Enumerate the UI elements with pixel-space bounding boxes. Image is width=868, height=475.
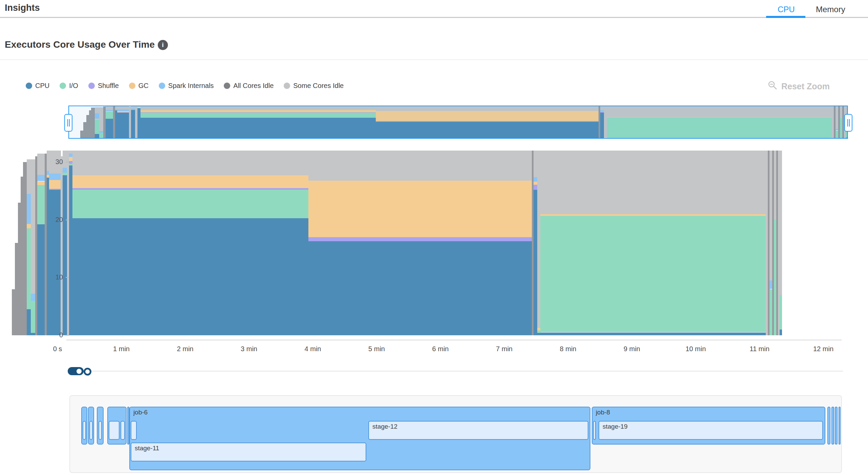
legend-item-gc[interactable]: GC [129,82,149,90]
area-segment-internals [534,177,538,182]
minimap-chart[interactable] [68,105,848,139]
all_idle-legend-dot-icon [224,83,230,89]
time-slider-handle[interactable] [84,368,91,376]
job-bar[interactable] [831,407,834,445]
some_idle-legend-dot-icon [284,83,290,89]
y-tick-mark [66,335,69,336]
internals-legend-dot-icon [159,83,165,89]
area-segment-cpu [27,309,31,335]
area-segment-internals [31,294,35,301]
area-segment-io [63,173,67,176]
brush-grip [849,119,850,127]
x-axis-line [66,340,842,340]
stage-bar[interactable] [131,421,137,440]
x-tick-label: 9 min [624,345,640,353]
shuffle-legend-dot-icon [88,83,95,89]
stage-bar[interactable] [89,421,93,440]
section-divider [0,60,868,60]
area-segment-io [72,190,309,218]
io-legend-dot-icon [60,83,66,89]
x-tick-label: 5 min [368,345,385,353]
area-segment-gc [72,175,309,188]
chart-legend: CPUI/OShuffleGCSpark InternalsAll Cores … [26,82,344,90]
area-segment-some_idle [540,151,766,214]
area-segment-internals [27,194,31,224]
insights-page: Insights CPU Memory Executors Core Usage… [0,0,868,475]
x-tick-label: 3 min [241,345,257,353]
stage-bar-stage-11[interactable]: stage-11 [131,443,366,461]
area-segment-cpu [534,190,538,335]
reset-zoom-label: Reset Zoom [781,82,830,91]
area-segment-gc [308,181,532,237]
job-stage-timeline: job-6stage-12stage-11job-8stage-19 [69,395,842,473]
area-segment-cpu [780,330,782,335]
x-tick-label: 7 min [496,345,513,353]
y-tick-label: 10 [44,273,63,281]
cpu-legend-dot-icon [26,83,32,89]
area-segment-all_idle [23,162,27,335]
x-tick-label: 0 s [53,345,62,353]
legend-label: I/O [69,82,78,90]
stage-bar[interactable] [593,421,596,440]
job-bar[interactable] [839,407,841,445]
reset-zoom-button[interactable]: Reset Zoom [768,81,830,92]
legend-item-io[interactable]: I/O [60,82,78,90]
tab-memory[interactable]: Memory [816,5,845,14]
stage-bar[interactable] [121,421,125,440]
x-tick-label: 8 min [560,345,577,353]
stage-label: stage-11 [135,445,159,452]
x-tick-label: 1 min [113,345,130,353]
legend-label: GC [138,82,149,90]
area-segment-cpu [31,333,35,335]
legend-item-all_idle[interactable]: All Cores Idle [224,82,274,90]
brush-grip [847,119,848,127]
area-segment-cpu [540,333,766,336]
x-tick-label: 2 min [177,345,194,353]
area-segment-some_idle [27,159,31,194]
gc-legend-dot-icon [129,83,135,89]
x-tick-label: 11 min [750,345,769,353]
stage-bar[interactable] [99,421,102,440]
y-tick-mark [66,162,69,162]
area-segment-some_idle [72,151,309,175]
area-segment-gc [540,214,766,216]
y-tick-label: 30 [44,158,63,166]
stage-bar[interactable] [109,421,120,440]
area-segment-io [31,301,35,333]
zoom-out-icon [768,81,777,92]
stage-label: stage-12 [372,423,397,430]
area-segment-io [540,216,766,333]
legend-item-cpu[interactable]: CPU [26,82,49,90]
legend-item-some_idle[interactable]: Some Cores Idle [284,82,344,90]
info-icon[interactable]: i [158,40,168,50]
active-tab-underline [766,16,805,18]
area-segment-some_idle [780,151,782,295]
tab-cpu[interactable]: CPU [778,5,795,14]
legend-item-shuffle[interactable]: Shuffle [88,82,119,90]
area-segment-internals [63,168,67,173]
area-segment-shuffle [308,237,532,241]
x-tick-label: 6 min [432,345,449,353]
area-segment-gc [27,224,31,229]
brush-grip [69,119,70,127]
job-bar[interactable] [827,407,830,445]
brush-handle-left[interactable] [64,114,72,132]
stage-bar-stage-19[interactable]: stage-19 [599,421,823,440]
area-segment-shuffle [534,185,538,190]
job-bar[interactable] [835,407,838,445]
stage-bar-stage-12[interactable]: stage-12 [368,421,588,440]
area-segment-shuffle [72,188,309,190]
legend-label: CPU [35,82,49,90]
stage-bar[interactable] [83,421,86,440]
area-segment-some_idle [31,159,35,294]
brush-grip [67,119,68,127]
minimap-brush-selection[interactable] [68,106,848,139]
y-tick-label: 0 [44,331,63,339]
y-tick-mark [66,277,69,278]
cpu-usage-chart-plot[interactable] [58,151,840,335]
area-segment-gc [534,182,538,185]
legend-item-internals[interactable]: Spark Internals [159,82,214,90]
time-slider-track[interactable] [69,371,843,371]
job-label: job-6 [133,409,148,416]
brush-handle-right[interactable] [844,114,852,132]
